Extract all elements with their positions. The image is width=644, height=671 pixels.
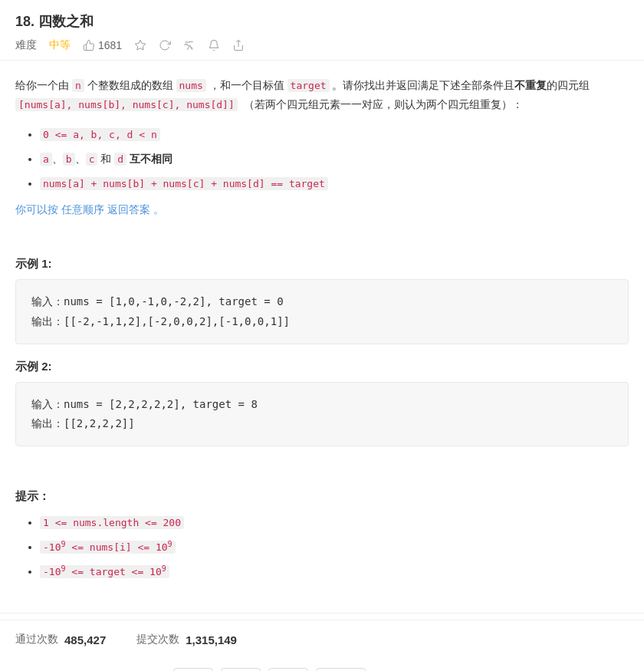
hint-3-code: -109 <= target <= 109 [40, 565, 169, 578]
share-button[interactable] [232, 39, 245, 51]
meta-row: 难度 中等 1681 [15, 38, 629, 52]
example-1-title: 示例 1: [15, 257, 629, 271]
recruit-tag-intern[interactable]: 实习 [268, 668, 308, 671]
any-order-text: 任意顺序 [61, 203, 104, 215]
example-2: 示例 2: 输入：nums = [2,2,2,2,2], target = 8 … [15, 360, 629, 446]
quad-code: [nums[a], nums[b], nums[c], nums[d]] [15, 98, 238, 111]
hint-2: -109 <= nums[i] <= 109 [40, 536, 629, 558]
refresh-icon [159, 39, 171, 51]
translate-button[interactable] [183, 39, 196, 51]
n-code: n [72, 79, 84, 92]
submit-label: 提交次数 [136, 633, 179, 646]
mutually-different-bold: 互不相同 [130, 153, 172, 165]
hint-1-code: 1 <= nums.length <= 200 [40, 516, 184, 529]
example-2-output: 输出：[[2,2,2,2]] [31, 414, 613, 433]
bell-icon [208, 39, 220, 51]
no-repeat-bold: 不重复 [514, 79, 547, 91]
answer-text: 你可以按 任意顺序 返回答案 。 [15, 203, 629, 217]
like-button[interactable]: 1681 [83, 39, 122, 51]
svg-marker-0 [135, 40, 145, 50]
problem-number: 18. [15, 14, 34, 29]
hints-title: 提示： [15, 489, 629, 504]
star-icon [134, 39, 146, 51]
like-icon [83, 39, 95, 51]
recruit-section: 请问您在哪类招聘中遇到此题？ 社招 校招 实习 未遇到 [0, 659, 644, 671]
recruit-tag-campus[interactable]: 校招 [221, 668, 261, 671]
pass-stat: 通过次数 485,427 [15, 633, 106, 646]
conditions-list: 0 <= a, b, c, d < n a、b、c 和 d 互不相同 nums[… [15, 123, 629, 194]
example-2-box: 输入：nums = [2,2,2,2,2], target = 8 输出：[[2… [15, 382, 629, 446]
problem-name: 四数之和 [38, 14, 94, 29]
bell-button[interactable] [208, 39, 220, 51]
hints-section: 提示： 1 <= nums.length <= 200 -109 <= nums… [0, 489, 644, 607]
stats-section: 通过次数 485,427 提交次数 1,315,149 [0, 620, 644, 659]
problem-title: 18. 四数之和 [15, 12, 629, 31]
hints-list: 1 <= nums.length <= 200 -109 <= nums[i] … [15, 511, 629, 582]
recruit-tag-none[interactable]: 未遇到 [316, 668, 366, 671]
condition-3: nums[a] + nums[b] + nums[c] + nums[d] ==… [40, 173, 629, 194]
hints: 提示： 1 <= nums.length <= 200 -109 <= nums… [15, 489, 629, 582]
example-1-output: 输出：[[-2,-1,1,2],[-2,0,0,2],[-1,0,0,1]] [31, 312, 613, 331]
stats-divider [0, 613, 644, 613]
header-section: 18. 四数之和 难度 中等 1681 [0, 0, 644, 61]
pass-label: 通过次数 [15, 633, 58, 646]
target-code: target [288, 79, 330, 92]
translate-icon [183, 39, 196, 51]
hint-3: -109 <= target <= 109 [40, 561, 629, 582]
hint-2-code: -109 <= nums[i] <= 109 [40, 541, 176, 554]
share-icon [232, 39, 245, 51]
pass-value: 485,427 [64, 633, 106, 646]
example-2-input: 输入：nums = [2,2,2,2,2], target = 8 [31, 395, 613, 414]
difficulty-value: 中等 [49, 38, 71, 52]
content-section: 给你一个由 n 个整数组成的数组 nums ，和一个目标值 target 。请你… [0, 61, 644, 245]
star-button[interactable] [134, 39, 146, 51]
nums-code: nums [176, 79, 206, 92]
difficulty-label: 难度 [15, 38, 37, 52]
like-count: 1681 [98, 39, 122, 51]
refresh-button[interactable] [159, 39, 171, 51]
condition-2: a、b、c 和 d 互不相同 [40, 148, 629, 169]
submit-stat: 提交次数 1,315,149 [136, 633, 237, 646]
submit-value: 1,315,149 [186, 633, 237, 646]
example-2-title: 示例 2: [15, 360, 629, 374]
example-1-box: 输入：nums = [1,0,-1,0,-2,2], target = 0 输出… [15, 279, 629, 344]
example-1-input: 输入：nums = [1,0,-1,0,-2,2], target = 0 [31, 292, 613, 311]
condition-1: 0 <= a, b, c, d < n [40, 123, 629, 145]
recruit-tag-social[interactable]: 社招 [173, 668, 213, 671]
example-1: 示例 1: 输入：nums = [1,0,-1,0,-2,2], target … [15, 257, 629, 344]
description-text: 给你一个由 n 个整数组成的数组 nums ，和一个目标值 target 。请你… [15, 76, 629, 114]
hint-1: 1 <= nums.length <= 200 [40, 511, 629, 533]
example-1-section: 示例 1: 输入：nums = [1,0,-1,0,-2,2], target … [0, 257, 644, 474]
